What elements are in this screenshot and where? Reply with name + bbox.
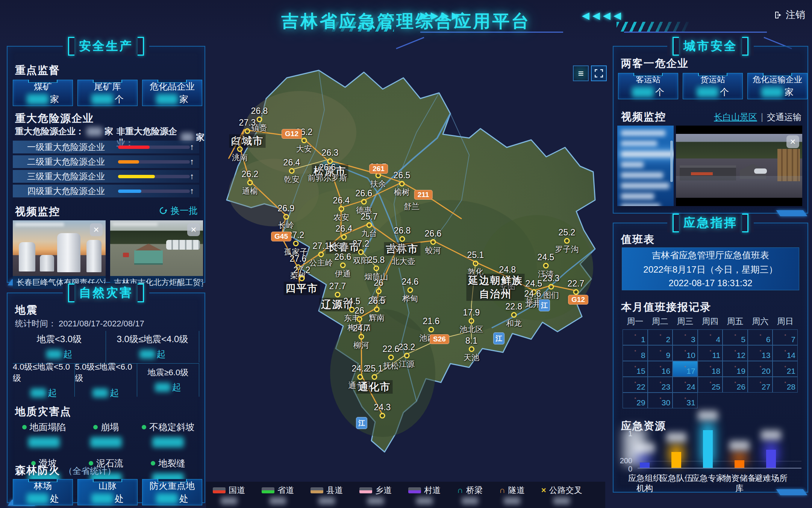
calendar-day-cell[interactable]: 17: [673, 361, 698, 377]
map-marker[interactable]: 23.2 江源: [398, 342, 415, 369]
calendar-day-cell[interactable]: 31: [673, 393, 698, 408]
legend-item[interactable]: 县道: [311, 485, 343, 505]
logout-button[interactable]: 注销: [774, 8, 805, 21]
map-marker[interactable]: 26.9 长岭: [278, 203, 295, 230]
scrollbar-thumb[interactable]: [670, 141, 673, 182]
stat-card[interactable]: 煤矿 家: [13, 80, 73, 106]
map-marker[interactable]: 25.1 敦化: [467, 250, 484, 277]
video-thumbnail-2[interactable]: ✕ 吉林市吉化北方炬醌工贸责任...: [110, 220, 203, 289]
video-thumbnail-1[interactable]: ✕ 长春巨峰气体有限责任公司: [13, 220, 106, 289]
map-marker[interactable]: 舒兰: [404, 201, 420, 212]
map-fullscreen-button[interactable]: [591, 65, 607, 81]
stat-card[interactable]: 危化运输企业 家: [747, 73, 807, 99]
blurred-list-item[interactable]: [621, 130, 665, 136]
calendar-day-cell[interactable]: 6: [748, 329, 773, 345]
hazard-level-row[interactable]: 一级重大危险源企业 ↑: [13, 141, 199, 153]
stat-card[interactable]: 林场 处: [13, 479, 73, 505]
calendar-day-cell[interactable]: 19: [723, 361, 748, 377]
map-marker[interactable]: 北大壶: [392, 256, 415, 267]
legend-item[interactable]: 国道: [213, 485, 245, 505]
link-changbaishan[interactable]: 长白山景区: [714, 111, 757, 123]
calendar-day-cell[interactable]: 29: [623, 393, 648, 408]
calendar-day-cell[interactable]: 11: [698, 345, 723, 361]
map-marker[interactable]: 25.1 通化市: [356, 364, 393, 394]
province-map[interactable]: 26.8 镇赉 27.3 白城市 27.3 洮南 26.2 大安 26.3: [206, 42, 605, 508]
calendar-day-cell[interactable]: 27: [748, 377, 773, 393]
stat-card[interactable]: 防火重点地 处: [142, 479, 202, 505]
map-marker[interactable]: 永吉: [390, 242, 406, 252]
map-marker[interactable]: 26.6 前郭尔罗斯: [308, 162, 347, 183]
calendar-day-cell[interactable]: 1: [623, 329, 648, 345]
map-marker[interactable]: 26.5 辉南: [368, 296, 385, 323]
map-marker[interactable]: 23.3 图们: [543, 273, 560, 300]
calendar-day-cell[interactable]: 10: [673, 345, 698, 361]
calendar-day-cell[interactable]: 4: [698, 329, 723, 345]
legend-item[interactable]: × 公路交叉: [541, 485, 582, 505]
calendar-day-cell[interactable]: 24: [673, 377, 698, 393]
legend-item[interactable]: ∩ 桥梁: [457, 485, 483, 505]
bar-slot[interactable]: 应急队伍: [671, 452, 681, 468]
bar-slot[interactable]: 避难场所: [766, 450, 776, 468]
bar-slot[interactable]: 应急组织 机构: [640, 463, 650, 468]
map-marker[interactable]: 27.2 四平市: [284, 265, 320, 295]
calendar-day-cell[interactable]: 15: [623, 361, 648, 377]
calendar-day-cell[interactable]: 8: [623, 345, 648, 361]
blurred-list-item[interactable]: [621, 141, 657, 147]
map-marker[interactable]: 8.1 天池: [464, 336, 479, 363]
map-marker[interactable]: 25.2 罗子沟: [555, 227, 579, 255]
calendar-day-cell[interactable]: 26: [723, 377, 748, 393]
stat-card[interactable]: 危化品企业 家: [142, 80, 202, 106]
calendar-day-cell[interactable]: 18: [698, 361, 723, 377]
calendar-day-cell[interactable]: 9: [648, 345, 673, 361]
calendar-day-cell[interactable]: 16: [648, 361, 673, 377]
legend-item[interactable]: 村道: [408, 485, 441, 505]
link-transport[interactable]: 交通运输: [767, 111, 801, 123]
camera-list[interactable]: [617, 126, 674, 206]
hazard-level-row[interactable]: 二级重大危险源企业 ↑: [13, 155, 199, 168]
stat-card[interactable]: 货运站 个: [683, 73, 743, 99]
map-marker[interactable]: 26.2 通榆: [242, 169, 259, 196]
calendar-day-cell[interactable]: 7: [773, 329, 798, 345]
map-marker[interactable]: 24.6 桦甸: [402, 277, 419, 304]
map-layers-button[interactable]: ≡: [573, 65, 589, 81]
legend-item[interactable]: 乡道: [359, 485, 392, 505]
hazard-level-row[interactable]: 四级重大危险源企业 ↑: [13, 185, 199, 197]
map-marker[interactable]: 22.8 和龙: [506, 302, 523, 329]
close-icon[interactable]: ✕: [187, 223, 200, 236]
hazard-level-row[interactable]: 三级重大危险源企业 ↑: [13, 170, 199, 183]
close-icon[interactable]: ✕: [90, 223, 103, 236]
map-marker[interactable]: 26.4 农安: [333, 196, 350, 223]
calendar-day-cell[interactable]: 25: [698, 377, 723, 393]
calendar-day-cell[interactable]: 12: [723, 345, 748, 361]
bar-slot[interactable]: 应急专家: [703, 430, 713, 468]
duty-table-card[interactable]: 吉林省应急管理厅应急值班表 2022年8月17日（今日，星期三） 2022-08…: [622, 247, 799, 290]
calendar-day-cell[interactable]: 14: [773, 345, 798, 361]
blurred-list-item[interactable]: [621, 204, 660, 206]
blurred-list-item[interactable]: [621, 193, 654, 199]
map-marker[interactable]: 25.7 九台: [361, 212, 378, 239]
calendar-day-cell[interactable]: 28: [773, 377, 798, 393]
live-video-frame[interactable]: ✕: [676, 126, 802, 206]
blurred-list-item[interactable]: [621, 172, 663, 178]
calendar-day-cell[interactable]: 5: [723, 329, 748, 345]
calendar-day-cell[interactable]: 2: [648, 329, 673, 345]
map-marker[interactable]: 26.6 伊通: [335, 252, 351, 279]
blurred-list-item[interactable]: [621, 162, 644, 168]
calendar-day-cell[interactable]: 23: [648, 377, 673, 393]
blurred-list-item[interactable]: [621, 151, 674, 157]
map-marker[interactable]: 27.3 洮南: [232, 136, 248, 163]
map-marker[interactable]: 24.7 柳河: [353, 323, 370, 350]
stat-card[interactable]: 尾矿库 个: [77, 80, 138, 106]
calendar-day-cell[interactable]: 13: [748, 345, 773, 361]
legend-item[interactable]: ∩ 隧道: [499, 485, 525, 505]
calendar-day-cell[interactable]: 3: [673, 329, 698, 345]
stat-card[interactable]: 山脉 处: [77, 479, 138, 505]
stat-card[interactable]: 客运站 个: [618, 73, 678, 99]
blurred-list-item[interactable]: [621, 183, 669, 189]
map-marker[interactable]: 27.1 公主岭: [309, 241, 333, 268]
map-marker[interactable]: 26.4 乾安: [283, 158, 300, 185]
bar-slot[interactable]: 物资储备 库: [735, 460, 744, 468]
legend-item[interactable]: 省道: [262, 485, 294, 505]
calendar-day-cell[interactable]: 30: [648, 393, 673, 408]
map-marker[interactable]: 17.9 池北区: [460, 308, 483, 335]
